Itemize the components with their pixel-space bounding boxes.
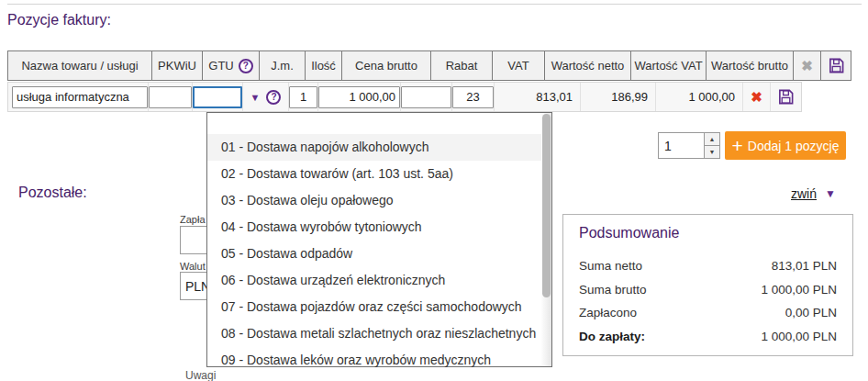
vat-rate-input[interactable] (452, 86, 494, 108)
cell-cena-brutto (318, 83, 401, 111)
save-column-icon (828, 57, 845, 74)
cell-pkwiu (149, 83, 193, 111)
invoice-item-row: ▼ ? 813,01 186,99 1 000,00 ✖ (7, 82, 802, 112)
summary-panel: Podsumowanie Suma netto 813,01 PLN Suma … (562, 214, 853, 356)
col-header-save (821, 50, 851, 81)
gtu-dropdown-list: 01 - Dostawa napojów alkoholowych 02 - D… (206, 112, 552, 367)
col-header-wartosc-netto: Wartość netto (545, 50, 631, 81)
summary-row-gross: Suma brutto 1 000,00 PLN (579, 281, 837, 297)
stepper-buttons: ▲ ▼ (704, 133, 719, 158)
stepper-up-icon[interactable]: ▲ (705, 133, 719, 146)
gtu-option-09[interactable]: 09 - Dostawa leków oraz wyrobów medyczny… (207, 347, 551, 374)
summary-row-paid: Zapłacono 0,00 PLN (579, 304, 837, 320)
cell-save (771, 83, 801, 111)
col-header-jm: J.m. (260, 50, 306, 81)
add-position-button-label: Dodaj 1 pozycję (748, 139, 840, 153)
cell-delete: ✖ (743, 83, 771, 111)
col-header-vat: VAT (493, 50, 545, 81)
gtu-option-08[interactable]: 08 - Dostawa metali szlachetnych oraz ni… (207, 320, 551, 347)
dropdown-scrollbar-thumb[interactable] (542, 114, 551, 297)
collapse-link[interactable]: zwiń ▼ (791, 186, 836, 201)
summary-title: Podsumowanie (579, 225, 679, 241)
col-header-gtu: GTU ? (203, 50, 260, 81)
cell-vat (452, 83, 495, 111)
collapse-link-label[interactable]: zwiń (791, 186, 817, 201)
col-header-delete: ✖ (794, 50, 821, 81)
plus-icon: + (732, 136, 743, 155)
summary-due-label: Do zapłaty: (579, 330, 645, 343)
vat-value-cell: 186,99 (581, 83, 656, 111)
dropdown-scrollbar-track[interactable] (541, 113, 551, 366)
gtu-dropdown-arrow-icon[interactable]: ▼ (250, 92, 261, 103)
gtu-option-07[interactable]: 07 - Dostawa pojazdów oraz części samoch… (207, 294, 551, 320)
other-section-title: Pozostałe: (18, 185, 87, 201)
add-count-stepper: 1 ▲ ▼ (658, 132, 720, 159)
gross-price-input[interactable] (318, 86, 400, 108)
summary-due-value: 1 000,00 PLN (761, 330, 837, 343)
col-header-nazwa: Nazwa towaru / usługi (7, 50, 152, 81)
cell-gtu (193, 83, 243, 111)
cell-nazwa (8, 83, 149, 111)
gtu-row-help-icon[interactable]: ? (266, 90, 281, 105)
gtu-option-05[interactable]: 05 - Dostawa odpadów (207, 241, 551, 267)
gtu-input-focused[interactable] (193, 86, 242, 108)
col-header-gtu-label: GTU (208, 59, 233, 73)
net-value-cell: 813,01 (495, 83, 581, 111)
summary-gross-label: Suma brutto (579, 283, 647, 297)
quantity-input[interactable] (289, 86, 317, 108)
col-header-pkwiu: PKWiU (152, 50, 203, 81)
stepper-down-icon[interactable]: ▼ (705, 146, 719, 158)
invoice-editor-page: Pozycje faktury: Nazwa towaru / usługi P… (0, 0, 868, 381)
summary-paid-label: Zapłacono (579, 306, 637, 319)
summary-net-label: Suma netto (579, 259, 642, 273)
gross-value-cell: 1 000,00 (656, 83, 743, 111)
summary-net-value: 813,01 PLN (772, 259, 837, 273)
col-header-cena-brutto: Cena brutto (342, 50, 431, 81)
item-name-input[interactable] (12, 86, 148, 108)
cell-jm: ▼ ? (243, 83, 289, 111)
cell-ilosc (289, 83, 318, 111)
summary-paid-value: 0,00 PLN (785, 306, 837, 319)
collapse-arrow-icon: ▼ (825, 187, 836, 200)
col-header-wartosc-brutto: Wartość brutto (707, 50, 794, 81)
currency-field-label: Walut (180, 261, 206, 272)
gtu-option-02[interactable]: 02 - Dostawa towarów (art. 103 ust. 5aa) (207, 161, 551, 187)
discount-input[interactable] (401, 86, 451, 108)
invoice-table-header: Nazwa towaru / usługi PKWiU GTU ? J.m. I… (7, 50, 851, 81)
gtu-option-01[interactable]: 01 - Dostawa napojów alkoholowych (207, 134, 551, 161)
gtu-option-06[interactable]: 06 - Dostawa urządzeń elektronicznych (207, 267, 551, 294)
paid-field-label: Zapła (180, 214, 206, 225)
gtu-help-icon[interactable]: ? (239, 59, 253, 73)
pkwiu-input[interactable] (149, 86, 192, 108)
col-header-rabat: Rabat (431, 50, 493, 81)
delete-column-icon: ✖ (801, 58, 813, 74)
summary-row-net: Suma netto 813,01 PLN (579, 257, 837, 274)
col-header-wartosc-vat: Wartość VAT (631, 50, 707, 81)
delete-row-icon[interactable]: ✖ (751, 89, 762, 106)
summary-row-due: Do zapłaty: 1 000,00 PLN (579, 328, 837, 344)
col-header-ilosc: Ilość (306, 50, 342, 81)
gtu-option-03[interactable]: 03 - Dostawa oleju opałowego (207, 187, 551, 214)
gtu-option-04[interactable]: 04 - Dostawa wyrobów tytoniowych (207, 214, 551, 241)
cell-rabat (401, 83, 452, 111)
save-row-icon[interactable] (777, 88, 795, 106)
add-position-button[interactable]: + Dodaj 1 pozycję (725, 131, 846, 160)
summary-gross-value: 1 000,00 PLN (761, 283, 837, 297)
add-count-input[interactable]: 1 (659, 133, 704, 158)
invoice-items-section-title: Pozycje faktury: (7, 12, 111, 28)
top-divider (7, 4, 862, 5)
